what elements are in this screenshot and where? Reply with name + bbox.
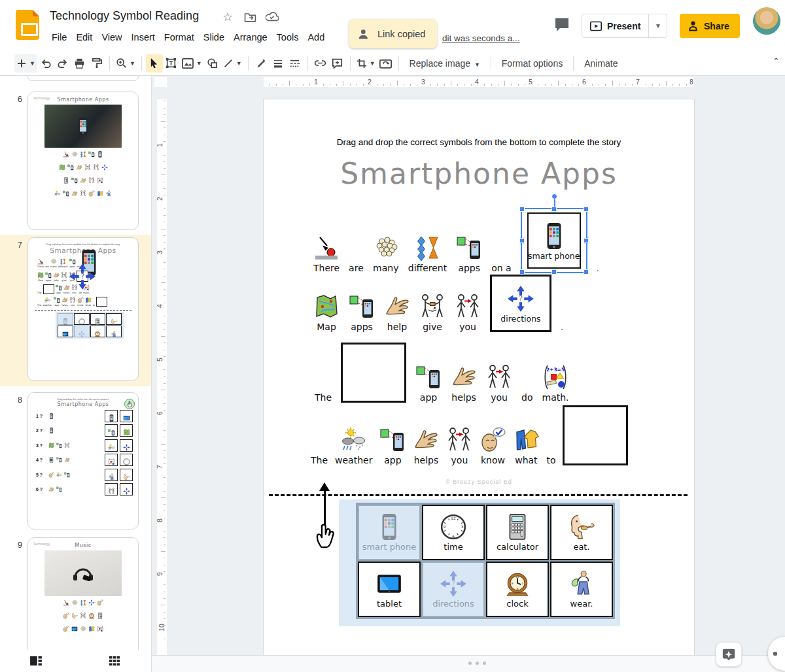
slide-thumbnail-6[interactable]: TechnologySmartphone Apps· ·· ·· ·· ·· ·… (27, 92, 139, 230)
story-word-Map[interactable]: Map (313, 294, 340, 332)
story-word-helps[interactable]: helps (413, 427, 439, 465)
story-word-are[interactable]: are (349, 263, 364, 273)
story-word-different[interactable]: different (58, 258, 68, 268)
menu-insert[interactable]: Insert (127, 30, 160, 44)
story-word-weather[interactable]: weather (335, 427, 372, 465)
story-word-you[interactable]: you (486, 364, 512, 403)
story-word-The[interactable]: The (37, 292, 42, 294)
menu-slide[interactable]: Slide (199, 30, 229, 44)
selected-image-frame[interactable]: smart phone (521, 208, 587, 273)
story-word-apps[interactable]: apps (45, 272, 52, 282)
answer-blank-box[interactable] (43, 284, 54, 294)
story-word-to[interactable]: to (93, 304, 96, 307)
answer-choice-tile[interactable]: 12369 (120, 454, 133, 466)
rotation-handle[interactable] (551, 193, 557, 199)
story-word-are[interactable]: are (45, 265, 49, 268)
story-word-you[interactable]: you (455, 294, 481, 332)
present-button[interactable]: Present ▼ (582, 14, 667, 38)
undo-button[interactable] (37, 54, 54, 73)
answer-choice-tile[interactable] (120, 424, 133, 437)
story-word-you[interactable]: you (446, 427, 472, 465)
move-folder-icon[interactable] (243, 10, 256, 24)
selection-handle[interactable] (519, 207, 525, 212)
menu-format[interactable]: Format (160, 30, 199, 44)
menu-edit[interactable]: Edit (71, 30, 97, 44)
line-button[interactable]: ▼ (221, 54, 244, 73)
slide-thumbnail-8[interactable]: Drag and drop the circles over the corre… (27, 392, 139, 529)
menu-file[interactable]: File (47, 30, 71, 44)
story-word-helps[interactable]: helps (61, 297, 68, 307)
bank-tile-smartphone[interactable]: smart phone (358, 505, 421, 560)
replace-image-button[interactable]: Replace image ▼ (403, 58, 487, 69)
answer-choice-tile[interactable]: ? (120, 483, 133, 496)
slide-thumbnail-9[interactable]: TechnologyMusic· ·· ·· ·?· ·· ·· ·· ·· ·… (27, 537, 139, 659)
story-word-math[interactable]: 2+3=5math. (83, 284, 90, 294)
story-word-app[interactable]: app (379, 427, 406, 465)
story-word-weather[interactable]: weather (43, 297, 52, 307)
new-slide-button[interactable]: ▼ (14, 54, 37, 73)
bank-tile-tablet[interactable]: tablet (358, 562, 421, 617)
add-comment-button[interactable] (329, 54, 346, 73)
notes-drag-handle[interactable] (468, 662, 486, 665)
bank-tile-calculator[interactable]: calculator (486, 505, 549, 560)
paint-format-button[interactable] (88, 54, 105, 73)
story-word-The[interactable]: The (315, 392, 332, 403)
zoom-button[interactable]: ▼ (114, 54, 137, 73)
account-avatar[interactable] (753, 7, 780, 35)
story-word-app[interactable]: app (54, 297, 60, 307)
menu-add[interactable]: Add (303, 30, 329, 44)
story-word-to[interactable]: to (546, 455, 555, 465)
filmstrip-view-button[interactable] (27, 654, 44, 668)
bank-tile-time[interactable]: 12369time (422, 505, 485, 560)
story-word-ona[interactable]: on a (491, 263, 511, 273)
slides-logo[interactable] (16, 10, 39, 40)
selection-handle[interactable] (584, 207, 589, 212)
menu-arrange[interactable]: Arrange (229, 30, 272, 44)
animate-button[interactable]: Animate (578, 58, 624, 69)
select-cursor-button[interactable] (146, 54, 163, 73)
answer-choice-tile[interactable] (105, 483, 118, 496)
answer-choice-tile[interactable] (105, 469, 118, 481)
star-icon[interactable]: ☆ (221, 10, 234, 24)
collapse-toolbar-icon[interactable]: ⌃ (773, 56, 780, 66)
border-color-button[interactable] (253, 54, 270, 73)
answer-choice-tile[interactable] (120, 469, 133, 481)
story-word-give[interactable]: give (61, 272, 67, 282)
slide-instruction-text[interactable]: Drag and drop the correct symbols from t… (264, 137, 694, 147)
bank-tile-clock[interactable]: 12369clock (486, 562, 549, 617)
story-word-what[interactable]: what (513, 427, 539, 465)
story-word-different[interactable]: different (408, 235, 447, 273)
answer-choice-tile[interactable] (105, 439, 118, 452)
answer-choice-tile[interactable]: 2+3=5 (105, 454, 118, 466)
story-word-know[interactable]: know (77, 297, 84, 307)
format-options-button[interactable]: Format options (495, 58, 569, 69)
slide-title-text[interactable]: Smartphone Apps (264, 157, 694, 190)
story-word-Map[interactable]: Map (37, 272, 44, 282)
present-dropdown[interactable]: ▼ (648, 14, 667, 37)
story-word-give[interactable]: give (419, 294, 445, 332)
border-dash-button[interactable] (287, 54, 304, 73)
menu-view[interactable]: View (97, 30, 126, 44)
story-word-many[interactable]: many (50, 258, 57, 268)
answer-choice-tile[interactable] (120, 410, 133, 422)
story-word-apps[interactable]: apps (349, 294, 375, 332)
story-word-help[interactable]: help (384, 294, 410, 332)
answer-choice-tile[interactable] (105, 410, 118, 422)
answer-blank-box[interactable] (563, 405, 628, 465)
share-button[interactable]: Share (680, 14, 740, 38)
answer-choice-tile[interactable]: ? (120, 439, 133, 452)
grid-view-button[interactable] (106, 654, 123, 668)
selection-handle[interactable] (519, 269, 525, 275)
story-word-There[interactable]: There (313, 235, 340, 273)
selection-handle[interactable] (584, 269, 589, 275)
menu-tools[interactable]: Tools (272, 30, 304, 44)
answer-choice-tile[interactable] (105, 424, 118, 437)
story-word-you[interactable]: you (69, 297, 76, 307)
redo-button[interactable] (54, 54, 71, 73)
story-word-helps[interactable]: helps (63, 284, 70, 294)
gemini-sparkle-button[interactable] (716, 642, 742, 667)
story-word-app[interactable]: app (415, 364, 442, 403)
story-word-what[interactable]: what (85, 297, 92, 307)
story-word-The[interactable]: The (311, 455, 328, 465)
story-word-many[interactable]: many (373, 235, 399, 273)
